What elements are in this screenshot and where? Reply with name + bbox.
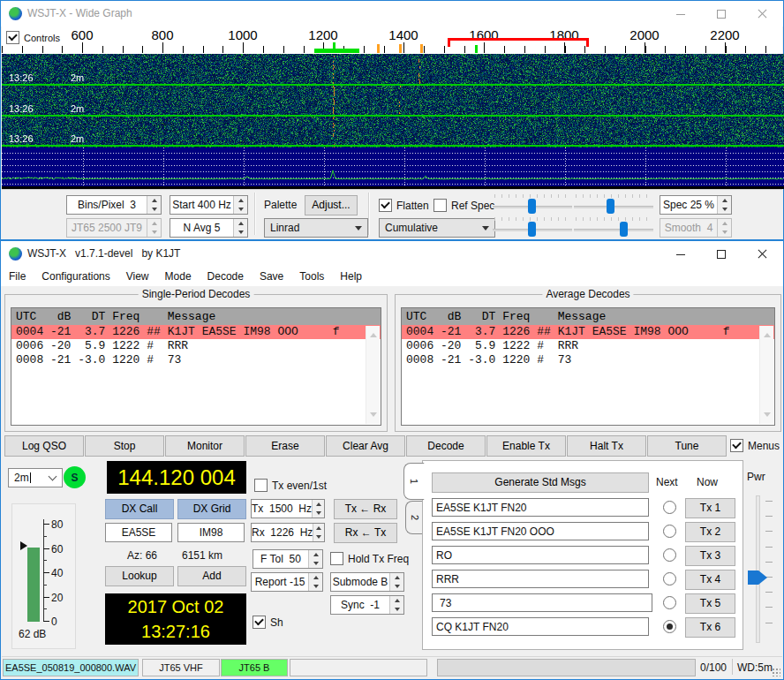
frequency-ruler[interactable]: Controls 600 800 1000 1200 1400 1600 180… xyxy=(2,26,782,54)
erase-button[interactable]: Erase xyxy=(245,435,325,457)
slider-thumb[interactable] xyxy=(620,222,628,237)
tx-freq-spinner[interactable]: Tx 1500 Hz xyxy=(251,499,325,518)
bins-per-pixel-spinner[interactable]: Bins/Pixel 3 xyxy=(66,195,162,215)
stop-button[interactable]: Stop xyxy=(85,435,164,457)
spinner-arrows[interactable] xyxy=(147,196,161,214)
scroll-down-icon[interactable] xyxy=(764,412,771,420)
band-select-combo[interactable]: 2m xyxy=(8,468,63,487)
scroll-down-icon[interactable] xyxy=(370,412,377,420)
maximize-button[interactable] xyxy=(701,1,742,26)
minimize-button[interactable] xyxy=(660,1,701,26)
tx4-now-button[interactable]: Tx 4 xyxy=(685,570,735,590)
add-button[interactable]: Add xyxy=(177,566,246,586)
tx1-message-field[interactable]: EA5SE K1JT FN20 xyxy=(432,498,649,517)
tx1-now-button[interactable]: Tx 1 xyxy=(685,498,735,518)
spinner-arrows[interactable] xyxy=(389,596,403,614)
generate-std-msgs-button[interactable]: Generate Std Msgs xyxy=(432,472,649,493)
slider-thumb[interactable] xyxy=(528,199,536,214)
maximize-button[interactable] xyxy=(701,241,742,267)
tx3-now-button[interactable]: Tx 3 xyxy=(685,546,735,566)
spectrum-gain-slider[interactable] xyxy=(493,217,572,237)
halt-tx-button[interactable]: Halt Tx xyxy=(567,435,646,457)
menu-decode[interactable]: Decode xyxy=(200,267,252,286)
report-spinner[interactable]: Report -15 xyxy=(251,572,323,592)
f-tol-spinner[interactable]: F Tol 50 xyxy=(253,549,323,569)
tab-messages-1[interactable]: 1 xyxy=(403,463,425,500)
spectrum-canvas[interactable] xyxy=(2,147,784,186)
tx5-message-combo[interactable]: 73 xyxy=(432,593,652,612)
spinner-arrows[interactable] xyxy=(233,196,247,214)
decode-row[interactable]: 0004 -21 3.7 1226 ## K1JT EA5SE IM98 OOO… xyxy=(402,325,774,339)
sh-checkbox[interactable]: Sh xyxy=(253,616,283,629)
submode-spinner[interactable]: Submode B xyxy=(330,572,404,592)
spinner-arrows[interactable] xyxy=(308,573,322,591)
scrollbar[interactable] xyxy=(366,326,380,424)
menu-help[interactable]: Help xyxy=(332,267,370,286)
menu-view[interactable]: View xyxy=(118,267,157,286)
tx3-next-radio[interactable] xyxy=(663,548,676,562)
tx5-now-button[interactable]: Tx 5 xyxy=(685,593,735,614)
decode-row[interactable]: 0004 -21 3.7 1226 ## K1JT EA5SE IM98 OOO… xyxy=(11,325,381,339)
main-titlebar[interactable]: WSJT-X v1.7.1-devel by K1JT xyxy=(1,241,783,267)
n-avg-spinner[interactable]: N Avg 5 xyxy=(170,218,248,238)
tx4-message-field[interactable]: RRR xyxy=(432,570,649,588)
rx-freq-spinner[interactable]: Rx 1226 Hz xyxy=(251,523,325,542)
decode-button[interactable]: Decode xyxy=(406,435,486,457)
slider-thumb[interactable] xyxy=(528,222,536,237)
dx-call-field[interactable]: EA5SE xyxy=(105,523,172,542)
tx6-next-radio[interactable] xyxy=(663,620,676,633)
tx-even-checkbox[interactable]: Tx even/1st xyxy=(254,479,327,492)
minimize-button[interactable] xyxy=(660,241,701,267)
menu-file[interactable]: File xyxy=(1,267,34,286)
decode-row[interactable]: 0008 -21 -3.0 1220 # 73 xyxy=(11,353,381,367)
palette-combo[interactable]: Linrad xyxy=(264,218,368,238)
tx6-message-field[interactable]: CQ K1JT FN20 xyxy=(432,617,649,636)
tx1-next-radio[interactable] xyxy=(663,501,676,514)
tx2-message-field[interactable]: EA5SE K1JT FN20 OOO xyxy=(432,522,649,540)
waterfall-zero-slider[interactable] xyxy=(574,194,653,214)
resize-grip[interactable] xyxy=(772,668,780,676)
display-mode-combo[interactable]: Cumulative xyxy=(379,218,495,238)
menu-configurations[interactable]: Configurations xyxy=(34,267,117,286)
dx-call-button[interactable]: DX Call xyxy=(105,499,174,519)
decode-row[interactable]: 0006 -20 5.9 1222 # RRR xyxy=(11,339,381,353)
spec-percent-spinner[interactable]: Spec 25 % xyxy=(660,195,732,215)
spinner-arrows[interactable] xyxy=(312,500,324,518)
log-qso-button[interactable]: Log QSO xyxy=(4,435,84,457)
ref-spec-checkbox[interactable]: Ref Spec xyxy=(433,199,494,212)
waterfall-gain-slider[interactable] xyxy=(493,194,572,214)
tab-messages-2[interactable]: 2 xyxy=(405,501,424,534)
clear-avg-button[interactable]: Clear Avg xyxy=(326,435,405,457)
tx2-next-radio[interactable] xyxy=(663,525,676,538)
tx3-message-field[interactable]: RO xyxy=(432,546,649,564)
scroll-up-icon[interactable] xyxy=(764,329,771,337)
single-decodes-text[interactable]: UTC dB DT Freq Message 0004 -21 3.7 1226… xyxy=(11,307,381,426)
pwr-slider-thumb[interactable] xyxy=(748,570,767,585)
sync-spinner[interactable]: Sync -1 xyxy=(330,595,404,615)
spinner-arrows[interactable] xyxy=(233,219,247,237)
palette-adjust-button[interactable]: Adjust... xyxy=(305,195,358,215)
monitor-button[interactable]: Monitor xyxy=(165,435,245,457)
spinner-arrows[interactable] xyxy=(717,196,731,214)
rx-from-tx-button[interactable]: Rx ← Tx xyxy=(334,523,397,543)
waterfall-canvas[interactable] xyxy=(2,54,784,147)
menus-checkbox[interactable]: Menus xyxy=(730,439,780,452)
average-decodes-text[interactable]: UTC dB DT Freq Message 0004 -21 3.7 1226… xyxy=(401,307,775,426)
controls-checkbox[interactable]: Controls xyxy=(6,31,60,44)
scroll-up-icon[interactable] xyxy=(370,329,377,337)
enable-tx-button[interactable]: Enable Tx xyxy=(486,435,566,457)
close-button[interactable] xyxy=(742,1,782,26)
dx-grid-button[interactable]: DX Grid xyxy=(177,499,246,519)
decode-row[interactable]: 0006 -20 5.9 1222 # RRR xyxy=(402,339,774,353)
spinner-arrows[interactable] xyxy=(389,573,403,591)
tx6-now-button[interactable]: Tx 6 xyxy=(685,617,735,638)
hold-tx-freq-checkbox[interactable]: Hold Tx Freq xyxy=(330,552,409,565)
menu-mode[interactable]: Mode xyxy=(157,267,200,286)
spectrum-zero-slider[interactable] xyxy=(574,217,653,237)
tx4-next-radio[interactable] xyxy=(663,572,676,586)
lookup-button[interactable]: Lookup xyxy=(105,566,174,586)
tune-button[interactable]: Tune xyxy=(647,435,727,457)
spinner-arrows[interactable] xyxy=(313,524,324,541)
start-frequency-spinner[interactable]: Start 400 Hz xyxy=(170,195,248,215)
slider-thumb[interactable] xyxy=(607,199,614,214)
